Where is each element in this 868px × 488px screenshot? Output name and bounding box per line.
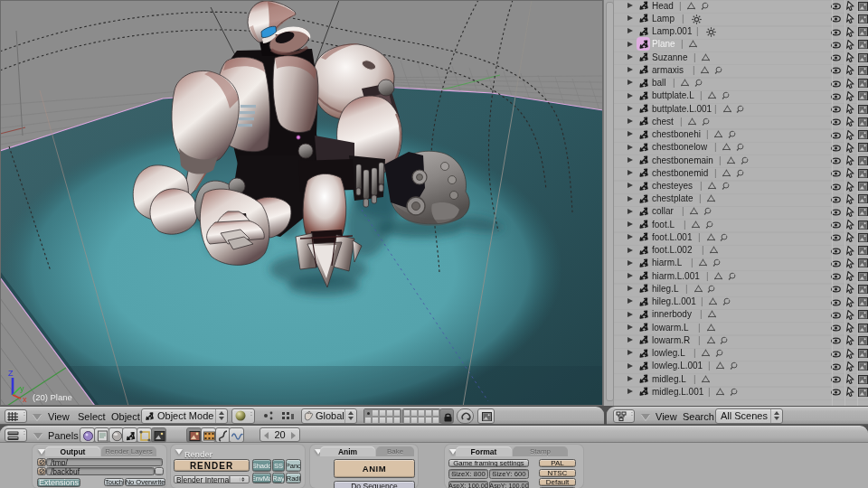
svg-text:Z: Z (8, 369, 14, 378)
svg-text:(20) Plane: (20) Plane (33, 392, 72, 402)
svg-text:x: x (23, 395, 27, 404)
svg-text:y: y (20, 384, 24, 393)
